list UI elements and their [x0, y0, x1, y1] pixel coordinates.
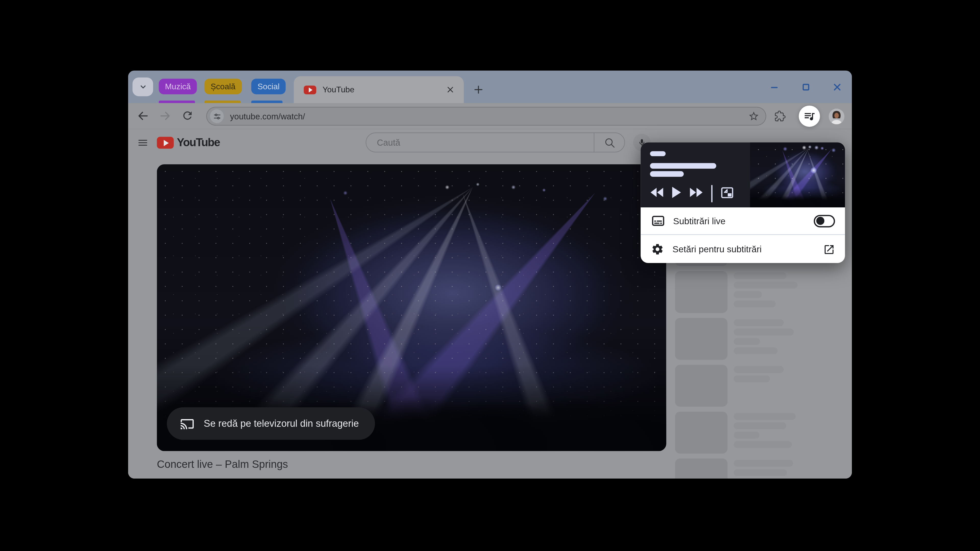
- media-controls-popup: Subtitrări live Setări pentru subtitrări: [641, 142, 845, 263]
- search-icon: [603, 137, 615, 148]
- forward-arrow-icon: [159, 110, 172, 122]
- caption-settings-row[interactable]: Setări pentru subtitrări: [641, 235, 845, 263]
- tab-group-underline-social: [251, 100, 282, 103]
- cast-icon: [180, 418, 194, 430]
- hamburger-icon: [137, 137, 149, 149]
- browser-window: Muzică Școală Social YouTube: [128, 71, 852, 478]
- media-thumbnail: [750, 142, 845, 207]
- thumbnail-placeholder: [675, 271, 728, 313]
- fast-forward-button[interactable]: [689, 187, 703, 200]
- suggested-video-skeleton[interactable]: [675, 271, 845, 313]
- extensions-button[interactable]: [774, 110, 786, 122]
- youtube-logo[interactable]: YouTube: [157, 136, 220, 149]
- tab-title: YouTube: [323, 85, 445, 94]
- youtube-favicon-icon: [304, 85, 316, 94]
- video-title: Concert live – Palm Springs: [157, 459, 288, 471]
- back-button[interactable]: [136, 110, 149, 122]
- settings-gear-icon: [651, 243, 664, 256]
- suggested-video-skeleton[interactable]: [675, 412, 845, 454]
- close-window-button[interactable]: [832, 82, 842, 92]
- avatar-photo: [829, 109, 844, 124]
- rewind-icon: [650, 187, 664, 197]
- media-session-card: [641, 142, 845, 207]
- tab-strip: Muzică Școală Social YouTube: [128, 71, 852, 103]
- tab-group-chip-social[interactable]: Social: [251, 79, 286, 94]
- bookmark-button[interactable]: [748, 110, 759, 122]
- site-settings-button[interactable]: [210, 110, 224, 123]
- media-text-placeholder: [650, 163, 716, 168]
- tab-group-chip-muzica[interactable]: Muzică: [159, 79, 197, 94]
- thumbnail-placeholder: [675, 412, 728, 454]
- screenshot-stage: Muzică Școală Social YouTube: [0, 0, 980, 551]
- maximize-button[interactable]: [801, 82, 811, 92]
- tab-youtube[interactable]: YouTube: [294, 76, 464, 103]
- cast-status-text: Se redă pe televizorul din sufragerie: [204, 418, 359, 429]
- rewind-button[interactable]: [650, 187, 664, 200]
- caption-settings-label: Setări pentru subtitrări: [673, 245, 823, 254]
- url-text[interactable]: youtube.com/watch/: [230, 111, 748, 121]
- back-arrow-icon: [136, 110, 149, 122]
- close-tab-icon[interactable]: [445, 85, 455, 94]
- subtitles-icon: [652, 216, 664, 226]
- forward-button[interactable]: [159, 110, 172, 122]
- media-text-placeholder: [650, 171, 684, 177]
- suggested-video-skeleton[interactable]: [675, 365, 845, 407]
- picture-in-picture-icon: [721, 186, 734, 198]
- thumbnail-placeholder: [675, 459, 728, 478]
- plus-icon: [473, 84, 484, 95]
- live-captions-row[interactable]: Subtitrări live: [641, 207, 845, 235]
- close-icon: [832, 82, 842, 92]
- youtube-search-bar[interactable]: [366, 132, 625, 152]
- live-captions-toggle[interactable]: [814, 214, 835, 227]
- search-input[interactable]: [366, 133, 593, 152]
- tab-search-button[interactable]: [132, 78, 153, 96]
- star-icon: [748, 110, 759, 122]
- omnibox[interactable]: youtube.com/watch/: [206, 107, 766, 125]
- browser-toolbar: youtube.com/watch/: [128, 103, 852, 129]
- reload-button[interactable]: [181, 110, 194, 122]
- minimize-button[interactable]: [770, 82, 780, 92]
- youtube-wordmark: YouTube: [177, 136, 220, 149]
- profile-avatar[interactable]: [829, 109, 844, 124]
- queue-music-icon: [803, 110, 816, 122]
- minimize-icon: [770, 82, 780, 92]
- open-in-new-icon: [823, 243, 835, 256]
- media-title-placeholder: [650, 151, 666, 156]
- youtube-logo-icon: [157, 137, 174, 149]
- tab-group-underline-muzica: [159, 100, 195, 103]
- suggested-video-skeleton[interactable]: [675, 318, 845, 360]
- toggle-knob: [816, 217, 824, 225]
- media-controls-toolbar-button[interactable]: [799, 106, 820, 127]
- cast-status-chip: Se redă pe televizorul din sufragerie: [167, 407, 375, 440]
- thumbnail-placeholder: [675, 318, 728, 360]
- live-captions-label: Subtitrări live: [673, 216, 814, 226]
- reload-icon: [181, 110, 194, 122]
- play-icon: [672, 187, 681, 198]
- tab-group-chip-scoala[interactable]: Școală: [204, 79, 242, 94]
- search-button[interactable]: [594, 133, 625, 152]
- controls-divider: [711, 185, 713, 203]
- menu-button[interactable]: [137, 137, 149, 149]
- suggested-video-skeleton[interactable]: [675, 459, 845, 478]
- thumbnail-placeholder: [675, 365, 728, 407]
- maximize-icon: [801, 82, 811, 92]
- new-tab-button[interactable]: [473, 84, 484, 95]
- fast-forward-icon: [689, 187, 703, 197]
- play-button[interactable]: [672, 187, 681, 200]
- media-playback-controls: [650, 184, 734, 203]
- tab-group-underline-scoala: [204, 100, 241, 103]
- window-controls: [770, 71, 842, 103]
- tune-icon: [212, 111, 221, 121]
- picture-in-picture-button[interactable]: [721, 186, 734, 201]
- chevron-down-icon: [138, 83, 147, 91]
- extensions-puzzle-icon: [774, 110, 786, 122]
